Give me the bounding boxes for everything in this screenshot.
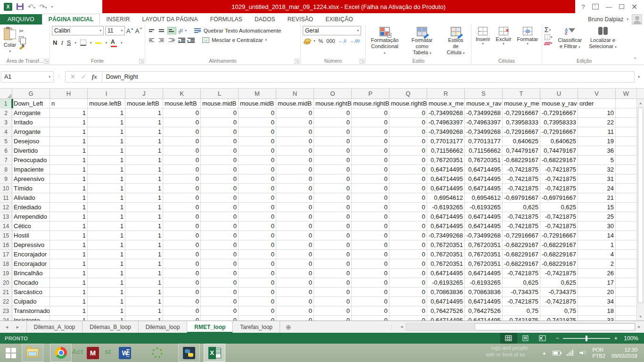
cell-V17[interactable]: 4 [578, 250, 616, 259]
save-icon[interactable] [17, 3, 24, 10]
cell-G18[interactable]: Encorajador [12, 259, 50, 269]
sheet-tab-Tarefas_loop[interactable]: Tarefas_loop [233, 321, 280, 333]
cell-T2[interactable]: -0,72916667 [503, 108, 540, 118]
cell-H12[interactable]: 1 [50, 203, 88, 212]
cell-W8[interactable] [616, 165, 636, 174]
cell-H11[interactable]: 1 [50, 193, 88, 203]
cell-V11[interactable]: 21 [578, 193, 616, 203]
row-header-17[interactable]: 17 [0, 250, 12, 259]
cell-K17[interactable]: 0 [163, 250, 201, 259]
cell-R7[interactable]: 0,76720351 [427, 156, 465, 165]
cell-M23[interactable]: 0 [239, 306, 276, 316]
cell-K10[interactable]: 0 [163, 184, 201, 193]
cell-R16[interactable]: 0,76720351 [427, 240, 465, 250]
vertical-scrollbar[interactable]: ▲ ▼ [636, 89, 644, 321]
cell-P18[interactable]: 0 [352, 259, 389, 269]
cell-T12[interactable]: 0,625 [503, 203, 540, 212]
cell-U15[interactable]: -0,72916667 [540, 231, 578, 240]
cell-T7[interactable]: -0,68229167 [503, 156, 540, 165]
wrap-text-button[interactable]: Quebrar Texto Automaticamente [192, 27, 283, 34]
cell-L12[interactable]: 0 [201, 203, 239, 212]
delete-cells-button[interactable]: Excluir▾ [494, 26, 514, 57]
accounting-format-icon[interactable] [304, 38, 310, 44]
row-header-22[interactable]: 22 [0, 297, 12, 306]
cell-M13[interactable]: 0 [239, 212, 276, 222]
cell-O20[interactable]: 0 [314, 278, 352, 288]
cell-J16[interactable]: 1 [125, 240, 163, 250]
cell-V21[interactable]: 20 [578, 288, 616, 297]
cell-U6[interactable]: 0,74479167 [540, 146, 578, 156]
tab-layout-da-pagina[interactable]: LAYOUT DA PÁGINA [136, 14, 204, 25]
cell-H20[interactable]: 1 [50, 278, 88, 288]
dialog-launcher-icon[interactable]: ↘ [295, 59, 299, 64]
cell-T4[interactable]: -0,72916667 [503, 127, 540, 137]
tab-formulas[interactable]: FÓRMULAS [204, 14, 248, 25]
horizontal-scrollbar[interactable]: ◄ ► [398, 321, 643, 333]
cell-G21[interactable]: Sarcástico [12, 288, 50, 297]
cell-J17[interactable]: 1 [125, 250, 163, 259]
cell-I24[interactable]: 1 [88, 316, 125, 321]
cell-U7[interactable]: -0,68229167 [540, 156, 578, 165]
cell-M8[interactable]: 0 [239, 165, 276, 174]
cell-N10[interactable]: 0 [276, 184, 314, 193]
autosum-button[interactable]: Σ▾ [545, 27, 553, 33]
align-bottom-icon[interactable] [168, 27, 176, 34]
cell-W14[interactable] [616, 222, 636, 231]
cell-U13[interactable]: -0,7421875 [540, 212, 578, 222]
cell-Q11[interactable]: 0 [389, 193, 427, 203]
cell-J9[interactable]: 1 [125, 174, 163, 184]
row-header-2[interactable]: 2 [0, 108, 12, 118]
cell-S8[interactable]: 0,64714495 [465, 165, 503, 174]
cell-R14[interactable]: 0,64714495 [427, 222, 465, 231]
cell-S24[interactable]: 0,64714495 [465, 316, 503, 321]
align-right-icon[interactable] [168, 37, 176, 43]
cell-J23[interactable]: 1 [125, 306, 163, 316]
cell-I23[interactable]: 1 [88, 306, 125, 316]
cell-G1[interactable]: Down_Left [12, 99, 50, 108]
cell-J1[interactable]: mouse.leftB [125, 99, 163, 108]
column-header-G[interactable]: G [12, 89, 50, 99]
cell-P9[interactable]: 0 [352, 174, 389, 184]
cell-Q19[interactable]: 0 [389, 269, 427, 278]
font-size-select[interactable]: 11▾ [105, 26, 125, 35]
new-sheet-icon[interactable]: ⊕ [280, 321, 297, 333]
cell-M17[interactable]: 0 [239, 250, 276, 259]
clock[interactable]: 12:30 09/03/2018 [611, 347, 637, 359]
cell-N16[interactable]: 0 [276, 240, 314, 250]
cell-R10[interactable]: 0,64714495 [427, 184, 465, 193]
row-header-19[interactable]: 19 [0, 269, 12, 278]
cell-O2[interactable]: 0 [314, 108, 352, 118]
cell-M15[interactable]: 0 [239, 231, 276, 240]
cell-N14[interactable]: 0 [276, 222, 314, 231]
name-box[interactable]: A1 ▾ [1, 71, 54, 82]
cut-icon[interactable]: ✂ [19, 28, 26, 34]
decrease-indent-icon[interactable] [178, 37, 185, 43]
cell-O14[interactable]: 0 [314, 222, 352, 231]
cell-U19[interactable]: -0,7421875 [540, 269, 578, 278]
cell-G13[interactable]: Arrependido [12, 212, 50, 222]
cell-N17[interactable]: 0 [276, 250, 314, 259]
speaker-icon[interactable] [579, 350, 586, 356]
cell-V20[interactable]: 17 [578, 278, 616, 288]
cell-L10[interactable]: 0 [201, 184, 239, 193]
cell-M10[interactable]: 0 [239, 184, 276, 193]
cell-L3[interactable]: 0 [201, 118, 239, 127]
cell-S17[interactable]: 0,76720351 [465, 250, 503, 259]
cell-G19[interactable]: Brincalhão [12, 269, 50, 278]
cell-P19[interactable]: 0 [352, 269, 389, 278]
cell-T22[interactable]: -0,7421875 [503, 297, 540, 306]
cell-M24[interactable]: 0 [239, 316, 276, 321]
cell-S2[interactable]: -0,73499268 [465, 108, 503, 118]
cell-I2[interactable]: 1 [88, 108, 125, 118]
cell-J12[interactable]: 1 [125, 203, 163, 212]
cell-O19[interactable]: 0 [314, 269, 352, 278]
zoom-in-icon[interactable]: + [614, 335, 618, 342]
cell-J24[interactable]: 1 [125, 316, 163, 321]
cell-Q12[interactable]: 0 [389, 203, 427, 212]
cell-Q21[interactable]: 0 [389, 288, 427, 297]
cell-W11[interactable] [616, 193, 636, 203]
cell-K2[interactable]: 0 [163, 108, 201, 118]
zoom-slider[interactable] [563, 338, 610, 339]
cell-W3[interactable] [616, 118, 636, 127]
cell-O24[interactable]: 0 [314, 316, 352, 321]
